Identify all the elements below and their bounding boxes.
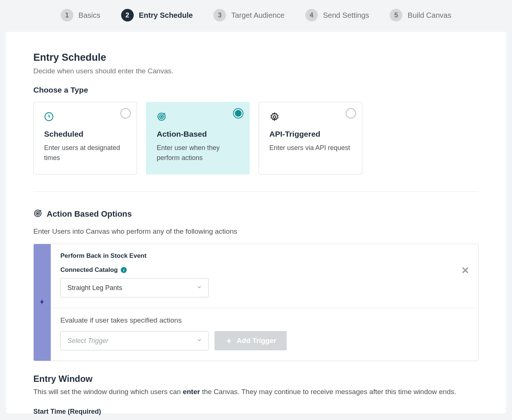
page-title: Entry Schedule	[33, 52, 479, 63]
main-panel: Entry Schedule Decide when users should …	[6, 32, 506, 413]
radio-scheduled[interactable]	[120, 108, 131, 119]
step-entry-schedule[interactable]: 2 Entry Schedule	[121, 9, 193, 21]
trigger-section-evaluate: Evaluate if user takes specified actions…	[51, 308, 478, 361]
type-card-action-based[interactable]: Action-Based Enter user when they perfor…	[146, 102, 250, 174]
type-cards: Scheduled Enter users at designated time…	[33, 102, 479, 174]
entry-window-title: Entry Window	[33, 374, 479, 384]
radio-action-based[interactable]	[233, 108, 243, 119]
chevron-down-icon	[196, 284, 202, 292]
type-title: Scheduled	[44, 130, 128, 139]
step-label: Target Audience	[231, 11, 284, 20]
type-title: API-Triggered	[269, 130, 353, 139]
svg-point-7	[37, 213, 39, 214]
action-based-options-header: Action Based Options	[33, 209, 479, 219]
step-build-canvas[interactable]: 5 Build Canvas	[390, 9, 451, 21]
gear-icon	[269, 112, 353, 123]
step-number: 5	[390, 9, 402, 21]
trigger-box: ✕ Perform Back in Stock Event Connected …	[33, 244, 479, 361]
lightning-icon	[39, 297, 46, 308]
clock-icon	[44, 112, 128, 123]
info-icon[interactable]: i	[121, 267, 127, 273]
target-icon	[157, 112, 240, 123]
entry-window-desc-prefix: This will set the window during which us…	[33, 388, 183, 396]
type-desc: Enter users via API request	[269, 143, 353, 153]
page-subtitle: Decide when users should enter the Canva…	[33, 67, 479, 75]
step-label: Basics	[79, 11, 100, 20]
step-number: 4	[305, 9, 318, 21]
step-target-audience[interactable]: 3 Target Audience	[213, 9, 284, 21]
step-number: 2	[121, 9, 134, 21]
action-based-options-desc: Enter Users into Canvas who perform any …	[33, 227, 479, 236]
radio-api-triggered[interactable]	[346, 108, 356, 119]
trigger-event-heading: Perform Back in Stock Event	[60, 252, 469, 260]
step-label: Send Settings	[323, 11, 369, 20]
entry-window-desc-bold: enter	[183, 388, 200, 396]
select-trigger-dropdown[interactable]: Select Trigger	[60, 331, 209, 350]
add-trigger-label: Add Trigger	[237, 337, 276, 345]
plus-icon: ＋	[225, 335, 233, 346]
wizard-stepper: 1 Basics 2 Entry Schedule 3 Target Audie…	[0, 0, 512, 32]
chevron-down-icon	[196, 337, 202, 345]
connected-catalog-select[interactable]: Straight Leg Pants	[60, 278, 209, 297]
action-based-options-title: Action Based Options	[47, 209, 132, 219]
svg-point-3	[161, 116, 162, 117]
entry-window-desc-suffix: the Canvas. They may continue to receive…	[200, 388, 456, 396]
type-desc: Enter user when they perform actions	[157, 143, 240, 163]
connected-catalog-value: Straight Leg Pants	[67, 284, 122, 292]
select-trigger-placeholder: Select Trigger	[67, 337, 109, 345]
add-trigger-button[interactable]: ＋ Add Trigger	[215, 331, 287, 350]
connected-catalog-label-text: Connected Catalog	[60, 266, 118, 274]
type-card-api-triggered[interactable]: API-Triggered Enter users via API reques…	[259, 102, 362, 174]
step-send-settings[interactable]: 4 Send Settings	[305, 9, 369, 21]
divider	[33, 191, 479, 192]
step-number: 3	[213, 9, 226, 21]
step-label: Entry Schedule	[139, 11, 193, 20]
type-title: Action-Based	[157, 130, 240, 139]
start-time-label: Start Time (Required)	[33, 408, 479, 416]
evaluate-label: Evaluate if user takes specified actions	[60, 316, 469, 324]
connected-catalog-label: Connected Catalog i	[60, 266, 469, 274]
step-number: 1	[61, 9, 73, 21]
type-card-scheduled[interactable]: Scheduled Enter users at designated time…	[33, 102, 137, 174]
svg-point-4	[273, 116, 276, 119]
target-icon	[33, 209, 42, 219]
choose-type-label: Choose a Type	[33, 86, 479, 94]
trigger-section-event: ✕ Perform Back in Stock Event Connected …	[51, 244, 478, 308]
trigger-body: ✕ Perform Back in Stock Event Connected …	[51, 244, 478, 361]
remove-trigger-button[interactable]: ✕	[461, 265, 469, 276]
step-label: Build Canvas	[408, 11, 451, 20]
entry-window-desc: This will set the window during which us…	[33, 388, 479, 396]
step-basics[interactable]: 1 Basics	[61, 9, 100, 21]
trigger-rail	[34, 244, 51, 361]
type-desc: Enter users at designated times	[44, 143, 128, 163]
